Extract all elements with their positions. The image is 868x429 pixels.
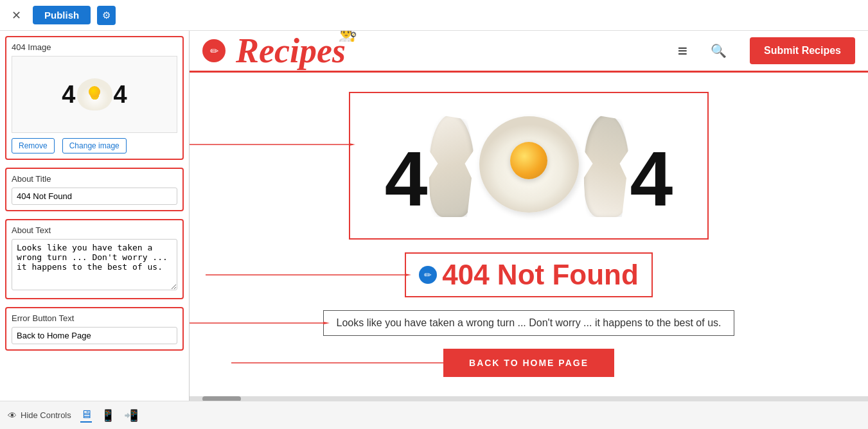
scroll-thumb (202, 396, 241, 401)
error-title-box: ✏ 404 Not Found (405, 252, 653, 297)
error-title-wrapper: ✏ 404 Not Found (405, 252, 653, 297)
mobile-icon[interactable]: 📲 (124, 408, 138, 423)
settings-button[interactable]: ⚙ (97, 6, 116, 25)
preview-num-left: 4 (385, 140, 428, 217)
image-section-label: 404 Image (12, 42, 177, 52)
preview-egg-yolk (510, 142, 547, 179)
left-panel: 404 Image 4 4 Remove Change image (0, 31, 190, 401)
about-title-section: About Title (5, 168, 184, 211)
preview-header: ✏ Recipes 👨‍🍳 ≡ 🔍 Submit Recipes (190, 31, 868, 73)
about-title-label: About Title (12, 174, 177, 184)
preview-num-right: 4 (630, 140, 673, 217)
preview-fried-egg (479, 116, 579, 216)
scroll-area (190, 396, 868, 401)
panel-num-right: 4 (114, 81, 127, 109)
preview-egg-group: 4 4 (385, 114, 673, 217)
hide-controls-label: Hide Controls (21, 410, 71, 420)
preview-content: 4 4 (190, 73, 868, 396)
publish-button[interactable]: Publish (33, 6, 91, 24)
error-text-box: Looks like you have taken a wrong turn .… (323, 310, 735, 336)
error-button-label: Error Button Text (12, 313, 177, 323)
about-text-input[interactable]: Looks like you have taken a wrong turn .… (12, 239, 177, 290)
shell-left-piece (429, 114, 474, 217)
edit-pencil-nav-icon[interactable]: ✏ (202, 39, 226, 62)
chef-hat-icon: 👨‍🍳 (338, 31, 357, 42)
image-preview: 4 4 (12, 56, 177, 133)
error-button-section: Error Button Text (5, 307, 184, 351)
shell-right-piece (584, 114, 629, 217)
arrow-text (190, 322, 330, 324)
error-button-input[interactable] (12, 327, 177, 344)
arrow-button (231, 362, 450, 364)
home-btn-wrapper: BACK TO HOME PAGE (443, 349, 614, 377)
hide-controls-button[interactable]: 👁 Hide Controls (8, 410, 71, 421)
image-box-wrapper: 4 4 (349, 92, 709, 240)
submit-recipes-button[interactable]: Submit Recipes (750, 37, 855, 64)
panel-num-left: 4 (62, 81, 75, 109)
left-number-shell: 4 (385, 114, 474, 217)
hamburger-icon[interactable]: ≡ (678, 41, 687, 61)
arrow-image (190, 143, 355, 146)
error-image-box: 4 4 (349, 92, 709, 240)
desktop-icon[interactable]: 🖥 (80, 408, 92, 423)
panel-egg-yolk (89, 86, 100, 98)
remove-image-button[interactable]: Remove (12, 138, 55, 153)
close-button[interactable]: ✕ (6, 6, 26, 25)
about-text-label: About Text (12, 225, 177, 235)
logo-wrapper: Recipes 👨‍🍳 (236, 31, 346, 71)
about-text-section: About Text Looks like you have taken a w… (5, 219, 184, 299)
search-icon[interactable]: 🔍 (711, 43, 727, 58)
tablet-icon[interactable]: 📱 (101, 408, 115, 423)
back-to-home-button[interactable]: BACK TO HOME PAGE (443, 349, 614, 377)
preview-panel: ✏ Recipes 👨‍🍳 ≡ 🔍 Submit Recipes (190, 31, 868, 401)
panel-fried-egg (77, 78, 112, 110)
image-section: 404 Image 4 4 Remove Change image (5, 36, 184, 160)
edit-pencil-title-icon[interactable]: ✏ (419, 266, 437, 284)
error-text-wrapper: Looks like you have taken a wrong turn .… (323, 310, 735, 336)
preview-scroll-x[interactable] (190, 396, 868, 401)
logo-text: Recipes (236, 31, 346, 70)
logo-area: Recipes 👨‍🍳 (236, 31, 668, 71)
eye-icon: 👁 (8, 410, 17, 421)
panel-image-inner: 4 4 (62, 78, 127, 110)
error-title-text: 404 Not Found (442, 259, 639, 291)
about-title-input[interactable] (12, 188, 177, 205)
right-shell-number: 4 (584, 114, 673, 217)
error-text: Looks like you have taken a wrong turn .… (337, 317, 722, 328)
arrow-title (206, 274, 411, 276)
change-image-button[interactable]: Change image (62, 138, 127, 153)
bottom-controls: 👁 Hide Controls 🖥 📱 📲 (0, 401, 868, 429)
